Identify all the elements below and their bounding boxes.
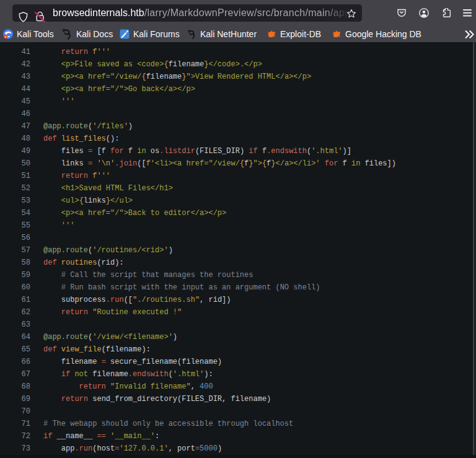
- svg-text:n: n: [5, 35, 7, 38]
